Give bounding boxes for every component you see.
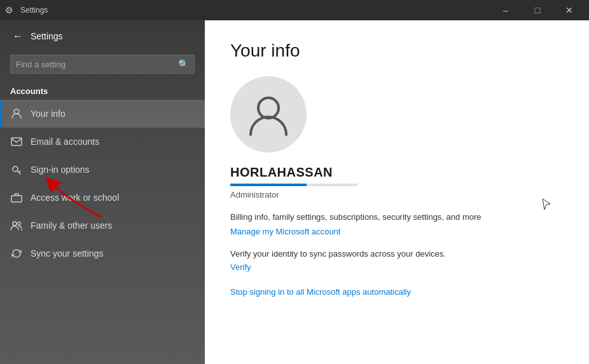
- progress-bar-fill: [230, 184, 307, 186]
- sidebar-item-sync[interactable]: Sync your settings: [0, 239, 205, 267]
- progress-bar: [230, 184, 357, 186]
- manage-account-link[interactable]: Manage my Microsoft account: [230, 227, 564, 236]
- main-window: ← Settings 🔍 Accounts Your info: [0, 20, 589, 364]
- sidebar-top: ← Settings: [0, 20, 205, 52]
- close-button[interactable]: ✕: [555, 0, 584, 20]
- title-bar-title: Settings: [20, 6, 48, 15]
- minimize-button[interactable]: –: [491, 0, 520, 20]
- search-button[interactable]: 🔍: [173, 55, 194, 73]
- username: HORLAHASSAN: [230, 165, 564, 180]
- briefcase-icon: [10, 191, 23, 204]
- email-icon: [10, 135, 23, 148]
- avatar: [230, 76, 307, 152]
- sidebar-item-label-signin: Sign-in options: [31, 165, 90, 175]
- search-box: 🔍: [10, 55, 195, 74]
- search-input[interactable]: [11, 56, 173, 73]
- title-bar-left: ⚙ Settings: [5, 5, 48, 15]
- svg-point-7: [258, 98, 279, 118]
- sidebar-item-label-family: Family & other users: [31, 220, 112, 231]
- sidebar-item-family[interactable]: Family & other users: [0, 212, 205, 239]
- svg-rect-0: [14, 109, 19, 114]
- sidebar-item-label-email: Email & accounts: [31, 137, 99, 147]
- title-bar: ⚙ Settings – □ ✕: [0, 0, 589, 20]
- sidebar-item-access-work[interactable]: Access work or school: [0, 184, 205, 212]
- sync-icon: [10, 247, 23, 260]
- back-button[interactable]: ←: [10, 28, 25, 44]
- verify-link[interactable]: Verify: [230, 262, 564, 272]
- title-bar-controls: – □ ✕: [491, 0, 584, 20]
- role-label: Administrator: [230, 190, 564, 199]
- key-icon: [10, 163, 23, 176]
- sidebar-item-label-your-info: Your info: [31, 109, 66, 119]
- sidebar-item-label-access: Access work or school: [31, 192, 119, 203]
- svg-rect-1: [11, 138, 22, 145]
- svg-point-5: [18, 222, 21, 226]
- svg-rect-3: [11, 196, 22, 202]
- cursor-indicator: [542, 198, 551, 213]
- verify-identity-text: Verify your identity to sync passwords a…: [230, 249, 564, 259]
- sidebar-item-your-info[interactable]: Your info: [0, 100, 205, 128]
- page-title: Your info: [230, 41, 564, 61]
- sidebar-item-sign-in[interactable]: Sign-in options: [0, 156, 205, 184]
- person-icon: [10, 107, 23, 120]
- content-area: Your info HORLAHASSAN Administrator Bill…: [205, 20, 589, 364]
- sidebar-item-email-accounts[interactable]: Email & accounts: [0, 128, 205, 156]
- avatar-person-icon: [246, 91, 291, 137]
- sidebar-app-title: Settings: [31, 31, 63, 41]
- sidebar: ← Settings 🔍 Accounts Your info: [0, 20, 205, 364]
- maximize-button[interactable]: □: [523, 0, 552, 20]
- section-header: Accounts: [0, 81, 205, 100]
- sidebar-item-label-sync: Sync your settings: [31, 248, 103, 259]
- family-icon: [10, 219, 23, 232]
- billing-info-text: Billing info, family settings, subscript…: [230, 212, 564, 222]
- svg-point-4: [13, 222, 17, 226]
- stop-signin-link[interactable]: Stop signing in to all Microsoft apps au…: [230, 287, 564, 297]
- settings-window-icon: ⚙: [5, 5, 15, 15]
